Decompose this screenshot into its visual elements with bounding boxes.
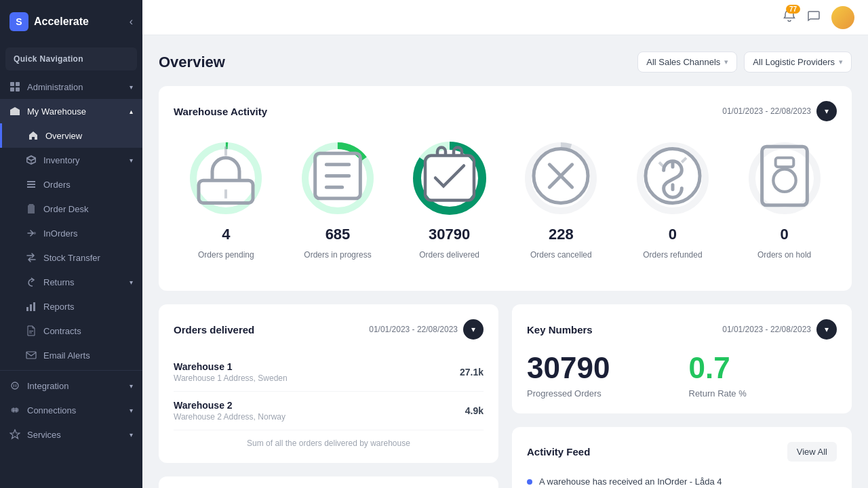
chart-cancelled: 228 Orders cancelled — [520, 138, 601, 260]
chart-delivered: 30790 Orders delivered — [409, 138, 490, 260]
svg-rect-33 — [775, 158, 793, 167]
chat-button[interactable] — [807, 9, 821, 26]
star-icon — [9, 429, 20, 440]
donut-on-hold — [744, 138, 825, 219]
warehouse-activity-title: Warehouse Activity — [174, 106, 267, 117]
sidebar-label-stock-transfer: Stock Transfer — [43, 253, 100, 263]
warehouse-activity-card: Warehouse Activity 01/01/2023 - 22/08/20… — [159, 86, 852, 291]
sidebar-item-inventory[interactable]: Inventory ▾ — [0, 148, 142, 172]
sidebar-item-email-alerts[interactable]: Email Alerts — [0, 343, 142, 367]
activity-item: A warehouse has received an InOrder - Lå… — [527, 471, 837, 488]
sidebar-header: S Accelerate ‹ — [0, 0, 142, 43]
sidebar-label-my-warehouse: My Warehouse — [27, 106, 86, 117]
activity-feed-card: Activity Feed View All A warehouse has r… — [512, 427, 852, 488]
sidebar-item-stock-transfer[interactable]: Stock Transfer — [0, 245, 142, 270]
sidebar-item-contracts[interactable]: Contracts — [0, 319, 142, 343]
warehouse-icon — [9, 106, 20, 117]
svg-rect-31 — [762, 146, 807, 205]
warehouse-row-1: Warehouse 1 Warehouse 1 Address, Sweden … — [174, 353, 484, 392]
key-numbers-header: Key Numbers 01/01/2023 - 22/08/2023 ▾ — [527, 319, 837, 340]
svg-point-8 — [33, 232, 36, 235]
activity-feed-title: Activity Feed — [527, 446, 590, 458]
donut-refunded — [632, 138, 713, 219]
key-numbers-date-text: 01/01/2023 - 22/08/2023 — [722, 325, 811, 334]
chart-on-hold: 0 Orders on hold — [744, 138, 825, 260]
sidebar-item-connections[interactable]: Connections ▾ — [0, 398, 142, 422]
svg-point-32 — [773, 169, 795, 192]
sidebar-item-order-desk[interactable]: Order Desk — [0, 197, 142, 221]
cancelled-number: 228 — [549, 226, 574, 243]
file-icon — [26, 325, 37, 336]
user-avatar[interactable] — [831, 6, 854, 29]
sidebar-label-orders: Orders — [43, 180, 71, 190]
donut-cancelled — [520, 138, 601, 219]
return-rate-label: Return Rate % — [689, 388, 837, 399]
sales-channels-filter[interactable]: All Sales Channels ▾ — [637, 52, 737, 73]
svg-rect-2 — [10, 87, 14, 92]
sidebar-label-inventory: Inventory — [43, 155, 79, 165]
svg-rect-13 — [29, 333, 32, 333]
orders-delivered-date-range: 01/01/2023 - 22/08/2023 ▾ — [369, 319, 484, 340]
orders-delivered-date-button[interactable]: ▾ — [463, 319, 484, 340]
chevron-down-icon: ▾ — [724, 58, 728, 66]
sidebar-label-returns: Returns — [43, 277, 75, 287]
sidebar-item-services[interactable]: Services ▾ — [0, 422, 142, 447]
key-numbers-grid: 30790 Progressed Orders 0.7 Return Rate … — [527, 353, 837, 399]
notifications-button[interactable]: 77 — [783, 9, 796, 26]
svg-point-29 — [646, 149, 700, 203]
on-hold-icon — [744, 136, 825, 222]
chat-icon — [807, 9, 821, 22]
progressed-orders-value: 30790 — [527, 353, 675, 383]
svg-rect-9 — [26, 307, 28, 311]
orders-delivered-footer: Sum of all the orders delivered by wareh… — [174, 439, 484, 448]
charts-row: 4 Orders pending — [174, 138, 837, 260]
logistic-providers-label: All Logistic Providers — [753, 57, 835, 67]
date-range-button[interactable]: ▾ — [816, 101, 837, 121]
app-title: Accelerate — [34, 16, 89, 28]
list-icon — [26, 179, 37, 190]
sidebar-item-my-warehouse[interactable]: My Warehouse ▴ — [0, 99, 142, 123]
warehouse-2-info: Warehouse 2 Warehouse 2 Address, Norway — [174, 400, 285, 422]
delivered-label: Orders delivered — [419, 250, 479, 260]
sidebar-collapse-button[interactable]: ‹ — [130, 16, 133, 28]
sidebar-label-order-desk: Order Desk — [43, 204, 88, 214]
svg-rect-11 — [33, 302, 35, 311]
logistic-providers-filter[interactable]: All Logistic Providers ▾ — [744, 52, 852, 73]
box-icon — [26, 155, 37, 165]
svg-point-15 — [12, 382, 18, 389]
warehouse-2-name: Warehouse 2 — [174, 400, 285, 411]
sidebar-item-inorders[interactable]: InOrders — [0, 221, 142, 245]
sidebar-label-integration: Integration — [27, 381, 68, 391]
date-range-text: 01/01/2023 - 22/08/2023 — [722, 106, 811, 116]
chevron-down-icon: ▾ — [130, 407, 133, 414]
sidebar-item-overview[interactable]: Overview — [0, 123, 142, 148]
refunded-label: Orders refunded — [643, 250, 702, 260]
key-numbers-date-range: 01/01/2023 - 22/08/2023 ▾ — [722, 319, 837, 340]
svg-rect-7 — [27, 186, 35, 188]
sidebar-label-inorders: InOrders — [43, 228, 78, 239]
sidebar-item-returns[interactable]: Returns ▾ — [0, 270, 142, 294]
chevron-up-icon: ▴ — [130, 108, 133, 115]
key-numbers-date-button[interactable]: ▾ — [816, 319, 837, 340]
sidebar-label-reports: Reports — [43, 302, 75, 312]
key-numbers-card: Key Numbers 01/01/2023 - 22/08/2023 ▾ 30… — [512, 304, 852, 413]
notification-badge: 77 — [786, 5, 800, 14]
svg-rect-14 — [26, 352, 36, 359]
view-all-button[interactable]: View All — [787, 442, 837, 462]
sidebar-item-reports[interactable]: Reports — [0, 294, 142, 319]
svg-rect-6 — [27, 184, 35, 185]
on-hold-number: 0 — [780, 226, 788, 243]
refunded-icon — [632, 136, 713, 222]
activity-content: A warehouse has received an InOrder - Lå… — [539, 476, 722, 488]
sidebar-item-orders[interactable]: Orders — [0, 172, 142, 197]
chevron-down-icon: ▾ — [130, 157, 133, 164]
plug-icon — [9, 380, 20, 391]
in-progress-icon — [297, 136, 378, 222]
warehouse-submenu: Overview Inventory ▾ Orders Order Desk I… — [0, 123, 142, 367]
sidebar-item-integration[interactable]: Integration ▾ — [0, 373, 142, 398]
orders-delivered-col: Orders delivered 01/01/2023 - 22/08/2023… — [159, 304, 498, 488]
sidebar-item-administration[interactable]: Administration ▾ — [0, 75, 142, 99]
refunded-number: 0 — [669, 226, 677, 243]
warehouse-row-2: Warehouse 2 Warehouse 2 Address, Norway … — [174, 392, 484, 430]
sidebar-label-services: Services — [27, 430, 61, 440]
